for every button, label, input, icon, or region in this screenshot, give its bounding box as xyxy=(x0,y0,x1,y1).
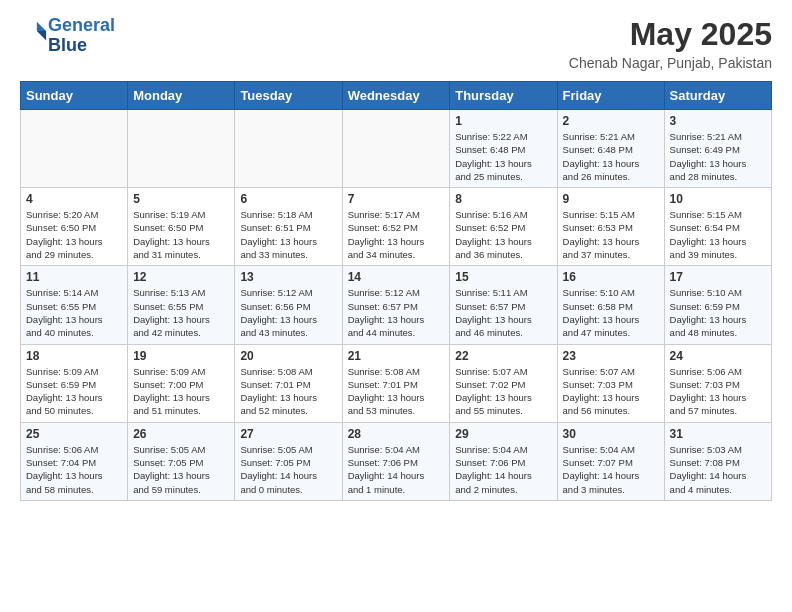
day-number: 2 xyxy=(563,114,659,128)
calendar-cell: 14Sunrise: 5:12 AM Sunset: 6:57 PM Dayli… xyxy=(342,266,450,344)
page-header: General Blue May 2025 Chenab Nagar, Punj… xyxy=(20,16,772,71)
calendar-cell: 4Sunrise: 5:20 AM Sunset: 6:50 PM Daylig… xyxy=(21,188,128,266)
calendar-cell: 20Sunrise: 5:08 AM Sunset: 7:01 PM Dayli… xyxy=(235,344,342,422)
day-number: 16 xyxy=(563,270,659,284)
day-info: Sunrise: 5:15 AM Sunset: 6:54 PM Dayligh… xyxy=(670,208,766,261)
day-info: Sunrise: 5:17 AM Sunset: 6:52 PM Dayligh… xyxy=(348,208,445,261)
day-number: 9 xyxy=(563,192,659,206)
calendar-week-row: 25Sunrise: 5:06 AM Sunset: 7:04 PM Dayli… xyxy=(21,422,772,500)
day-info: Sunrise: 5:10 AM Sunset: 6:59 PM Dayligh… xyxy=(670,286,766,339)
weekday-header-saturday: Saturday xyxy=(664,82,771,110)
logo-text: General Blue xyxy=(48,16,115,56)
day-info: Sunrise: 5:15 AM Sunset: 6:53 PM Dayligh… xyxy=(563,208,659,261)
day-info: Sunrise: 5:12 AM Sunset: 6:56 PM Dayligh… xyxy=(240,286,336,339)
day-info: Sunrise: 5:06 AM Sunset: 7:04 PM Dayligh… xyxy=(26,443,122,496)
calendar-table: SundayMondayTuesdayWednesdayThursdayFrid… xyxy=(20,81,772,501)
day-info: Sunrise: 5:11 AM Sunset: 6:57 PM Dayligh… xyxy=(455,286,551,339)
calendar-cell: 7Sunrise: 5:17 AM Sunset: 6:52 PM Daylig… xyxy=(342,188,450,266)
calendar-cell: 12Sunrise: 5:13 AM Sunset: 6:55 PM Dayli… xyxy=(128,266,235,344)
day-number: 23 xyxy=(563,349,659,363)
day-info: Sunrise: 5:04 AM Sunset: 7:07 PM Dayligh… xyxy=(563,443,659,496)
day-number: 24 xyxy=(670,349,766,363)
day-info: Sunrise: 5:05 AM Sunset: 7:05 PM Dayligh… xyxy=(133,443,229,496)
calendar-cell: 9Sunrise: 5:15 AM Sunset: 6:53 PM Daylig… xyxy=(557,188,664,266)
calendar-week-row: 11Sunrise: 5:14 AM Sunset: 6:55 PM Dayli… xyxy=(21,266,772,344)
calendar-week-row: 4Sunrise: 5:20 AM Sunset: 6:50 PM Daylig… xyxy=(21,188,772,266)
weekday-header-friday: Friday xyxy=(557,82,664,110)
day-number: 6 xyxy=(240,192,336,206)
calendar-cell xyxy=(21,110,128,188)
day-info: Sunrise: 5:16 AM Sunset: 6:52 PM Dayligh… xyxy=(455,208,551,261)
calendar-cell: 24Sunrise: 5:06 AM Sunset: 7:03 PM Dayli… xyxy=(664,344,771,422)
weekday-header-monday: Monday xyxy=(128,82,235,110)
day-number: 29 xyxy=(455,427,551,441)
day-number: 3 xyxy=(670,114,766,128)
day-info: Sunrise: 5:04 AM Sunset: 7:06 PM Dayligh… xyxy=(455,443,551,496)
day-number: 25 xyxy=(26,427,122,441)
calendar-week-row: 1Sunrise: 5:22 AM Sunset: 6:48 PM Daylig… xyxy=(21,110,772,188)
day-number: 8 xyxy=(455,192,551,206)
day-number: 21 xyxy=(348,349,445,363)
day-number: 14 xyxy=(348,270,445,284)
day-info: Sunrise: 5:19 AM Sunset: 6:50 PM Dayligh… xyxy=(133,208,229,261)
day-info: Sunrise: 5:07 AM Sunset: 7:03 PM Dayligh… xyxy=(563,365,659,418)
day-info: Sunrise: 5:05 AM Sunset: 7:05 PM Dayligh… xyxy=(240,443,336,496)
day-info: Sunrise: 5:14 AM Sunset: 6:55 PM Dayligh… xyxy=(26,286,122,339)
logo: General Blue xyxy=(20,16,115,56)
calendar-cell: 22Sunrise: 5:07 AM Sunset: 7:02 PM Dayli… xyxy=(450,344,557,422)
day-number: 5 xyxy=(133,192,229,206)
day-number: 19 xyxy=(133,349,229,363)
day-info: Sunrise: 5:22 AM Sunset: 6:48 PM Dayligh… xyxy=(455,130,551,183)
calendar-cell: 31Sunrise: 5:03 AM Sunset: 7:08 PM Dayli… xyxy=(664,422,771,500)
day-number: 7 xyxy=(348,192,445,206)
calendar-cell xyxy=(342,110,450,188)
calendar-cell: 16Sunrise: 5:10 AM Sunset: 6:58 PM Dayli… xyxy=(557,266,664,344)
day-info: Sunrise: 5:09 AM Sunset: 6:59 PM Dayligh… xyxy=(26,365,122,418)
calendar-cell: 17Sunrise: 5:10 AM Sunset: 6:59 PM Dayli… xyxy=(664,266,771,344)
calendar-cell: 30Sunrise: 5:04 AM Sunset: 7:07 PM Dayli… xyxy=(557,422,664,500)
day-info: Sunrise: 5:08 AM Sunset: 7:01 PM Dayligh… xyxy=(348,365,445,418)
day-info: Sunrise: 5:12 AM Sunset: 6:57 PM Dayligh… xyxy=(348,286,445,339)
weekday-header-wednesday: Wednesday xyxy=(342,82,450,110)
day-info: Sunrise: 5:18 AM Sunset: 6:51 PM Dayligh… xyxy=(240,208,336,261)
location-subtitle: Chenab Nagar, Punjab, Pakistan xyxy=(569,55,772,71)
day-info: Sunrise: 5:06 AM Sunset: 7:03 PM Dayligh… xyxy=(670,365,766,418)
svg-marker-2 xyxy=(24,22,37,41)
calendar-cell: 28Sunrise: 5:04 AM Sunset: 7:06 PM Dayli… xyxy=(342,422,450,500)
weekday-header-thursday: Thursday xyxy=(450,82,557,110)
day-number: 22 xyxy=(455,349,551,363)
calendar-cell: 27Sunrise: 5:05 AM Sunset: 7:05 PM Dayli… xyxy=(235,422,342,500)
day-info: Sunrise: 5:10 AM Sunset: 6:58 PM Dayligh… xyxy=(563,286,659,339)
calendar-cell: 29Sunrise: 5:04 AM Sunset: 7:06 PM Dayli… xyxy=(450,422,557,500)
svg-marker-1 xyxy=(37,31,46,40)
calendar-cell: 21Sunrise: 5:08 AM Sunset: 7:01 PM Dayli… xyxy=(342,344,450,422)
title-block: May 2025 Chenab Nagar, Punjab, Pakistan xyxy=(569,16,772,71)
calendar-cell: 26Sunrise: 5:05 AM Sunset: 7:05 PM Dayli… xyxy=(128,422,235,500)
calendar-cell: 13Sunrise: 5:12 AM Sunset: 6:56 PM Dayli… xyxy=(235,266,342,344)
calendar-cell: 19Sunrise: 5:09 AM Sunset: 7:00 PM Dayli… xyxy=(128,344,235,422)
calendar-cell: 2Sunrise: 5:21 AM Sunset: 6:48 PM Daylig… xyxy=(557,110,664,188)
day-number: 17 xyxy=(670,270,766,284)
day-info: Sunrise: 5:04 AM Sunset: 7:06 PM Dayligh… xyxy=(348,443,445,496)
calendar-cell xyxy=(235,110,342,188)
day-number: 30 xyxy=(563,427,659,441)
day-info: Sunrise: 5:13 AM Sunset: 6:55 PM Dayligh… xyxy=(133,286,229,339)
day-number: 10 xyxy=(670,192,766,206)
day-number: 13 xyxy=(240,270,336,284)
calendar-cell: 3Sunrise: 5:21 AM Sunset: 6:49 PM Daylig… xyxy=(664,110,771,188)
logo-general: General xyxy=(48,15,115,35)
day-number: 12 xyxy=(133,270,229,284)
day-number: 20 xyxy=(240,349,336,363)
day-number: 1 xyxy=(455,114,551,128)
day-number: 31 xyxy=(670,427,766,441)
calendar-cell: 25Sunrise: 5:06 AM Sunset: 7:04 PM Dayli… xyxy=(21,422,128,500)
calendar-cell: 1Sunrise: 5:22 AM Sunset: 6:48 PM Daylig… xyxy=(450,110,557,188)
day-info: Sunrise: 5:08 AM Sunset: 7:01 PM Dayligh… xyxy=(240,365,336,418)
calendar-cell: 8Sunrise: 5:16 AM Sunset: 6:52 PM Daylig… xyxy=(450,188,557,266)
logo-icon xyxy=(20,18,48,46)
calendar-cell xyxy=(128,110,235,188)
calendar-cell: 15Sunrise: 5:11 AM Sunset: 6:57 PM Dayli… xyxy=(450,266,557,344)
calendar-cell: 23Sunrise: 5:07 AM Sunset: 7:03 PM Dayli… xyxy=(557,344,664,422)
day-number: 18 xyxy=(26,349,122,363)
day-info: Sunrise: 5:03 AM Sunset: 7:08 PM Dayligh… xyxy=(670,443,766,496)
